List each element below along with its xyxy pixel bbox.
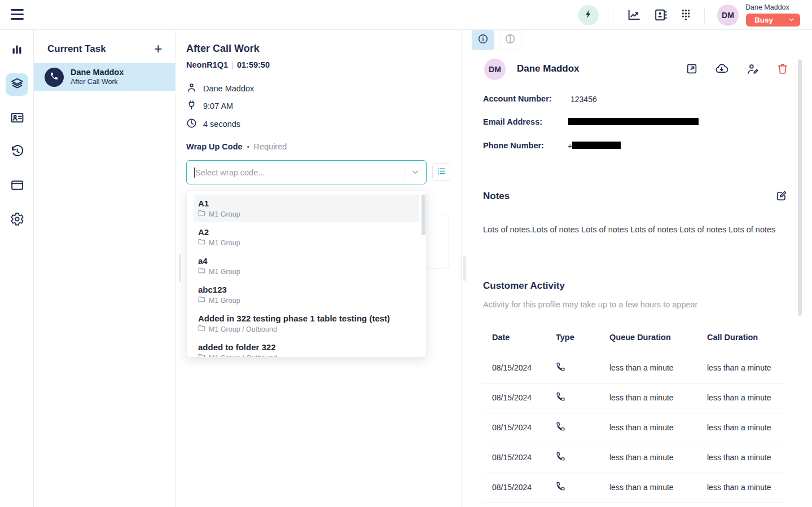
row-separator [483, 502, 785, 503]
person-edit-icon [747, 63, 760, 78]
customer-activity-title: Customer Activity [483, 280, 565, 292]
activity-row-date: 08/15/2024 [492, 423, 532, 432]
gear-icon [10, 212, 24, 228]
task-contact-name: Dane Maddox [71, 68, 124, 77]
required-label: Required [253, 142, 287, 151]
hamburger-menu-button[interactable] [11, 9, 24, 21]
row-separator [483, 413, 785, 413]
wrap-code-placeholder: Select wrap code... [195, 168, 265, 177]
acw-subtitle: NeonR1Q1|01:59:50 [186, 60, 270, 69]
add-task-button[interactable]: + [154, 41, 163, 57]
folder-icon [198, 238, 205, 248]
text-cursor [194, 167, 195, 178]
option-group: M1 Group [209, 267, 240, 277]
analytics-button[interactable] [626, 8, 642, 24]
customer-profile-panel: DM Dane Maddox Account Number: 123456 Em… [462, 30, 812, 507]
account-number-value: 123456 [570, 95, 597, 104]
panel-scrollbar[interactable] [179, 254, 181, 282]
sidebar-item-contacts[interactable] [6, 107, 28, 130]
row-separator [483, 443, 785, 443]
info-icon [477, 33, 489, 47]
option-group: M1 Group [209, 210, 240, 219]
activity-row-call: less than a minute [707, 423, 771, 432]
browse-wrap-codes-button[interactable] [432, 163, 450, 181]
wrap-code-option[interactable]: abc123 M1 Group [194, 281, 419, 308]
task-avatar [45, 68, 64, 87]
account-number-label: Account Number: [483, 94, 552, 103]
acw-countdown: 01:59:50 [237, 60, 270, 69]
layers-icon [10, 77, 24, 93]
option-group: M1 Group / Outbound [209, 325, 277, 334]
wrap-code-option[interactable]: Added in 322 testing phase 1 table testi… [194, 310, 419, 337]
delete-contact-button[interactable] [775, 63, 790, 77]
activity-row-queue: less than a minute [609, 453, 674, 462]
wrap-code-option[interactable]: A1 M1 Group [194, 195, 419, 222]
sidebar-item-history[interactable] [6, 141, 28, 164]
wrap-code-option[interactable]: added to folder 322 M1 Group / Outbound [194, 338, 419, 358]
cloud-download-icon [715, 62, 728, 78]
wrap-code-dropdown: A1 M1 Group A2 M1 Group a4 M1 Group abc1… [186, 190, 427, 358]
phone-icon [556, 392, 565, 404]
option-group: M1 Group / Outbound [209, 354, 277, 358]
sidebar-item-tasks[interactable] [6, 73, 28, 96]
open-in-new-icon [686, 63, 698, 77]
history-icon [10, 144, 24, 161]
person-icon [186, 82, 197, 95]
wrapup-label: Wrap Up Code [186, 142, 243, 151]
acw-title: After Call Work [186, 43, 260, 55]
phone-icon [556, 422, 565, 434]
panel-scrollbar[interactable] [463, 255, 466, 281]
status-label: Busy [754, 16, 773, 24]
option-label: A2 [198, 227, 415, 237]
profile-avatar: DM [484, 59, 506, 80]
folder-icon [198, 267, 205, 277]
dropdown-scrollbar[interactable] [422, 195, 425, 235]
contact-row: Dane Maddox [186, 82, 254, 95]
split-circle-icon [504, 33, 516, 47]
list-icon [437, 166, 446, 178]
after-call-work-panel: After Call Work NeonR1Q1|01:59:50 Dane M… [175, 30, 462, 507]
status-dropdown[interactable]: Busy [746, 14, 800, 27]
edit-notes-button[interactable] [774, 189, 789, 204]
customer-activity-subtitle: Activity for this profile may take up to… [483, 300, 697, 309]
activity-row-date: 08/15/2024 [492, 393, 532, 402]
tab-ai-insights[interactable] [499, 30, 521, 50]
activity-row-call: less than a minute [707, 363, 771, 372]
start-time-row: 9:07 AM [186, 100, 233, 112]
profile-scrollbar[interactable] [798, 59, 802, 316]
edit-contact-button[interactable] [745, 63, 760, 77]
task-list-item[interactable]: Dane Maddox After Call Work [34, 63, 175, 91]
option-label: a4 [198, 255, 415, 266]
col-header-date: Date [492, 333, 510, 342]
chevron-down-icon[interactable] [411, 168, 419, 178]
phone-prefix: + [568, 142, 572, 151]
email-redacted-value [568, 118, 699, 125]
wrap-code-option[interactable]: A2 M1 Group [194, 223, 419, 251]
col-header-type: Type [556, 333, 574, 342]
dialpad-button[interactable] [678, 8, 694, 24]
wrap-code-select[interactable]: Select wrap code... [186, 160, 427, 184]
download-profile-button[interactable] [714, 63, 729, 77]
wrap-code-option[interactable]: a4 M1 Group [194, 252, 419, 280]
contact-card-icon [10, 111, 24, 127]
open-profile-button[interactable] [684, 63, 699, 77]
task-panel-title: Current Task [47, 43, 106, 55]
folder-icon [198, 296, 205, 306]
sidebar-item-analytics[interactable] [6, 39, 28, 62]
phone-label: Phone Number: [483, 141, 544, 150]
option-label: A1 [198, 198, 415, 209]
col-header-queue-duration: Queue Duration [609, 333, 671, 342]
agent-desktop: DM Dane Maddox Busy [0, 0, 812, 507]
duration-row: 4 seconds [186, 118, 240, 130]
tab-profile-info[interactable] [472, 30, 494, 50]
activity-row-call: less than a minute [707, 453, 771, 462]
select-divider [405, 165, 405, 180]
activity-row-queue: less than a minute [609, 483, 674, 492]
current-task-panel: Current Task + Dane Maddox After Call Wo… [34, 30, 175, 507]
quick-actions-button[interactable] [578, 5, 599, 25]
sidebar-item-settings[interactable] [6, 209, 28, 231]
sidebar-item-browser[interactable] [6, 175, 28, 197]
user-avatar[interactable]: DM [717, 5, 739, 26]
chevron-down-icon [788, 16, 795, 24]
contacts-button[interactable] [652, 8, 668, 24]
